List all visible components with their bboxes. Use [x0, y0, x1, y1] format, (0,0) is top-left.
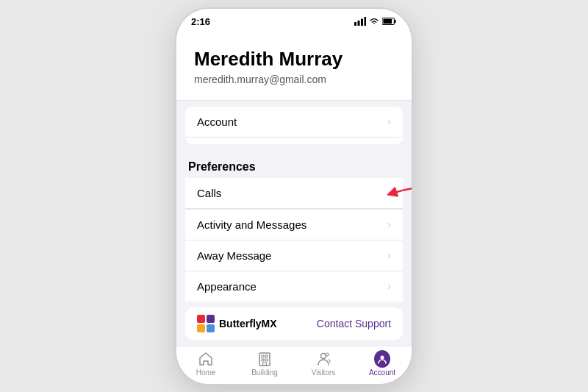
svg-point-20 — [381, 355, 384, 359]
chevron-icon: › — [387, 280, 391, 292]
profile-name: Meredith Murray — [194, 48, 394, 71]
svg-rect-13 — [262, 355, 264, 357]
status-bar: 2:16 — [176, 9, 412, 30]
svg-rect-2 — [361, 19, 363, 26]
account-nav-icon — [374, 351, 390, 367]
away-message-menu-item[interactable]: Away Message › — [185, 240, 403, 271]
svg-rect-15 — [262, 359, 264, 361]
screen-content: Meredith Murray meredith.murray@gmail.co… — [176, 30, 412, 346]
butterfly-brand: ButterflyMX — [197, 315, 277, 332]
svg-rect-1 — [358, 21, 360, 26]
butterfly-row: ButterflyMX Contact Support — [185, 307, 403, 340]
account-section: Account › My PIN › SaltoKS Lock › — [185, 107, 403, 144]
profile-header: Meredith Murray meredith.murray@gmail.co… — [176, 30, 412, 101]
home-icon — [198, 351, 214, 367]
preferences-header: Preferences — [176, 150, 412, 178]
building-icon — [257, 351, 273, 367]
status-time: 2:16 — [191, 16, 210, 27]
svg-rect-5 — [395, 20, 396, 24]
svg-rect-9 — [207, 315, 215, 323]
svg-rect-8 — [197, 315, 205, 323]
activity-messages-menu-item[interactable]: Activity and Messages › — [185, 209, 403, 240]
svg-rect-12 — [259, 353, 270, 366]
chevron-icon: › — [387, 187, 391, 199]
account-nav-label: Account — [369, 368, 395, 377]
svg-rect-14 — [265, 355, 268, 357]
bottom-nav: Home Building — [176, 346, 412, 384]
appearance-menu-item[interactable]: Appearance › — [185, 271, 403, 302]
svg-rect-16 — [265, 359, 268, 361]
svg-rect-10 — [197, 324, 205, 332]
nav-item-home[interactable]: Home — [185, 351, 226, 377]
svg-rect-0 — [354, 22, 356, 26]
svg-rect-3 — [365, 17, 367, 26]
calls-item-wrapper: Calls › — [185, 178, 403, 209]
svg-rect-6 — [383, 19, 392, 24]
home-label: Home — [196, 368, 216, 377]
status-icons — [354, 17, 397, 26]
nav-item-visitors[interactable]: Visitors — [303, 351, 344, 377]
contact-support-button[interactable]: Contact Support — [317, 318, 391, 329]
butterfly-logo — [197, 315, 215, 332]
visitors-label: Visitors — [312, 368, 336, 377]
visitors-icon — [315, 351, 331, 367]
chevron-icon: › — [387, 249, 391, 261]
phone-frame: 2:16 Mered — [176, 9, 412, 384]
wifi-icon — [369, 17, 379, 26]
my-pin-menu-item[interactable]: My PIN › — [185, 138, 403, 144]
preferences-section: Calls › Activity and Messages › — [185, 178, 403, 302]
account-menu-item[interactable]: Account › — [185, 107, 403, 138]
nav-item-account[interactable]: Account — [362, 351, 403, 377]
battery-icon — [382, 17, 397, 26]
calls-menu-item[interactable]: Calls › — [185, 178, 403, 209]
building-label: Building — [251, 368, 278, 377]
chevron-icon: › — [387, 115, 391, 127]
nav-item-building[interactable]: Building — [244, 351, 285, 377]
profile-email: meredith.murray@gmail.com — [194, 74, 394, 85]
butterfly-name: ButterflyMX — [219, 318, 277, 329]
signal-icon — [354, 17, 366, 26]
svg-rect-11 — [207, 324, 215, 332]
chevron-icon: › — [387, 218, 391, 230]
